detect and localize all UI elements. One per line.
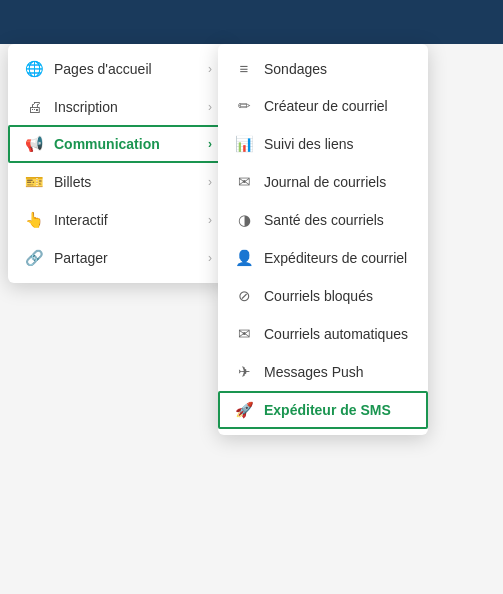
menu-icon-4: 👆 — [24, 211, 44, 229]
right-submenu: ≡Sondages✏Créateur de courriel📊Suivi des… — [218, 44, 428, 435]
sub-menu-item-3[interactable]: ✉Journal de courriels — [218, 163, 428, 201]
left-dropdown-menu: 🌐Pages d'accueil›🖨Inscription›📢Communica… — [8, 44, 228, 283]
sub-label-6: Courriels bloqués — [264, 288, 373, 304]
sub-label-9: Expéditeur de SMS — [264, 402, 391, 418]
sub-icon-1: ✏ — [234, 97, 254, 115]
menu-label-5: Partager — [54, 250, 108, 266]
left-menu-item-inscription[interactable]: 🖨Inscription› — [8, 88, 228, 125]
nav-marketing[interactable] — [12, 14, 46, 30]
menu-icon-1: 🖨 — [24, 98, 44, 115]
sub-menu-item-0[interactable]: ≡Sondages — [218, 50, 428, 87]
sub-icon-3: ✉ — [234, 173, 254, 191]
menu-label-1: Inscription — [54, 99, 118, 115]
menu-icon-0: 🌐 — [24, 60, 44, 78]
left-menu-item-billets[interactable]: 🎫Billets› — [8, 163, 228, 201]
sub-icon-6: ⊘ — [234, 287, 254, 305]
nav-reglages[interactable] — [88, 14, 122, 30]
menu-label-3: Billets — [54, 174, 91, 190]
sub-icon-4: ◑ — [234, 211, 254, 229]
menu-arrow-3: › — [208, 175, 212, 189]
menu-label-4: Interactif — [54, 212, 108, 228]
top-navigation — [0, 0, 503, 44]
menu-arrow-2: › — [208, 137, 212, 151]
nav-analytiques[interactable] — [50, 14, 84, 30]
sub-label-8: Messages Push — [264, 364, 364, 380]
menu-label-0: Pages d'accueil — [54, 61, 152, 77]
left-menu-item-interactif[interactable]: 👆Interactif› — [8, 201, 228, 239]
sub-icon-5: 👤 — [234, 249, 254, 267]
sub-menu-item-6[interactable]: ⊘Courriels bloqués — [218, 277, 428, 315]
sub-menu-item-2[interactable]: 📊Suivi des liens — [218, 125, 428, 163]
menu-arrow-5: › — [208, 251, 212, 265]
sub-label-4: Santé des courriels — [264, 212, 384, 228]
sub-menu-item-8[interactable]: ✈Messages Push — [218, 353, 428, 391]
sub-menu-item-4[interactable]: ◑Santé des courriels — [218, 201, 428, 239]
menu-arrow-0: › — [208, 62, 212, 76]
sub-icon-7: ✉ — [234, 325, 254, 343]
sub-menu-item-5[interactable]: 👤Expéditeurs de courriel — [218, 239, 428, 277]
left-menu-item-communication[interactable]: 📢Communication› — [8, 125, 228, 163]
menu-arrow-1: › — [208, 100, 212, 114]
sub-label-0: Sondages — [264, 61, 327, 77]
menu-icon-3: 🎫 — [24, 173, 44, 191]
menu-label-2: Communication — [54, 136, 160, 152]
menu-icon-2: 📢 — [24, 135, 44, 153]
left-menu-item-pages-daccueil[interactable]: 🌐Pages d'accueil› — [8, 50, 228, 88]
sub-icon-9: 🚀 — [234, 401, 254, 419]
sub-menu-item-1[interactable]: ✏Créateur de courriel — [218, 87, 428, 125]
sub-label-5: Expéditeurs de courriel — [264, 250, 407, 266]
sub-icon-0: ≡ — [234, 60, 254, 77]
sub-label-2: Suivi des liens — [264, 136, 354, 152]
sub-icon-8: ✈ — [234, 363, 254, 381]
sub-menu-item-7[interactable]: ✉Courriels automatiques — [218, 315, 428, 353]
sub-label-1: Créateur de courriel — [264, 98, 388, 114]
sub-icon-2: 📊 — [234, 135, 254, 153]
menu-icon-5: 🔗 — [24, 249, 44, 267]
menu-arrow-4: › — [208, 213, 212, 227]
left-menu-item-partager[interactable]: 🔗Partager› — [8, 239, 228, 277]
sub-menu-item-9[interactable]: 🚀Expéditeur de SMS — [218, 391, 428, 429]
sub-label-3: Journal de courriels — [264, 174, 386, 190]
sub-label-7: Courriels automatiques — [264, 326, 408, 342]
